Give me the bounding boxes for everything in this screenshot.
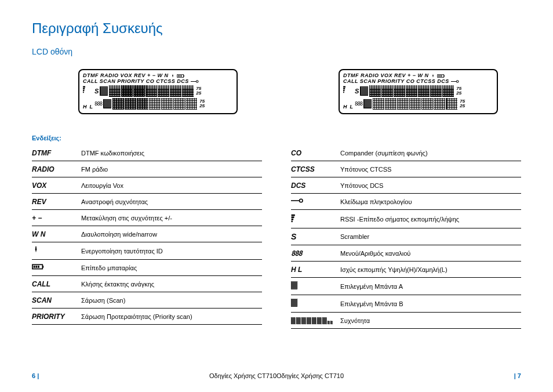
svg-rect-13 xyxy=(439,75,441,76)
page-subtitle: LCD οθόνη xyxy=(32,47,521,56)
svg-rect-4 xyxy=(183,75,184,76)
table-row: Κλείδωμα πληκτρολογίου xyxy=(291,194,521,210)
svg-rect-9 xyxy=(83,88,85,89)
indicator-description: Κλείδωμα πληκτρολογίου xyxy=(340,198,521,205)
indicator-symbol: W N xyxy=(32,230,81,238)
indicator-description: Διαυλοποίηση wide/narrow xyxy=(81,231,262,238)
table-row: Ενεργοποίηση ταυτότητας ID xyxy=(32,242,262,260)
lcd-line2: CALL SCAN PRIORITY CO CTCSS DCS xyxy=(83,78,233,84)
table-row: SCANΣάρωση (Scan) xyxy=(32,292,262,308)
table-row: CTCSSΥπότονος CTCSS xyxy=(291,161,521,177)
band-b-icon xyxy=(103,99,111,108)
svg-rect-20 xyxy=(343,88,345,89)
indicator-description: Συχνότητα xyxy=(340,317,521,324)
manual-name-left: Οδηγίες Χρήσης CT710 xyxy=(209,372,276,379)
svg-rect-24 xyxy=(34,266,35,268)
svg-rect-27 xyxy=(42,266,43,268)
svg-rect-19 xyxy=(343,90,344,91)
svg-point-29 xyxy=(300,199,303,202)
indicator-symbol xyxy=(32,246,81,256)
indicator-description: Υπότονος DCS xyxy=(340,182,521,189)
manual-name-right: Οδηγίες Χρήσης CT710 xyxy=(276,372,344,379)
table-row: RSSI -Επίπεδο σήματος εκπομπής/λήψης xyxy=(291,210,521,228)
indicator-description: Επίπεδο μπαταρίας xyxy=(81,264,262,271)
table-row: DTMFDTMF κωδικοποιήσεις xyxy=(32,145,262,161)
table-row: REVΑναστροφή συχνότητας xyxy=(32,194,262,210)
indicator-description: Υπότονος CTCSS xyxy=(340,166,521,173)
svg-rect-31 xyxy=(292,219,294,220)
indicator-symbol xyxy=(291,281,340,291)
svg-rect-30 xyxy=(292,220,293,222)
svg-rect-15 xyxy=(443,75,444,76)
indicator-description: Επιλεγμένη Μπάντα Β xyxy=(340,300,521,307)
indicator-description: Ενεργοποίηση ταυτότητας ID xyxy=(81,248,262,255)
signal-icon xyxy=(83,85,88,93)
table-row: Επίπεδο μπαταρίας xyxy=(32,260,262,276)
lcd-display-left: DTMF RADIO VOX REV + − W N CALL SCAN PRI… xyxy=(78,69,238,114)
indicator-symbol: PRIORITY xyxy=(32,313,81,321)
svg-point-6 xyxy=(196,81,198,83)
table-row: Επιλεγμένη Μπάντα Α xyxy=(291,278,521,295)
indicator-symbol: DCS xyxy=(291,182,340,190)
indicator-description: RSSI -Επίπεδο σήματος εκπομπής/λήψης xyxy=(340,216,521,223)
lcd-line1: DTMF RADIO VOX REV + − W N xyxy=(83,72,233,78)
indicator-symbol xyxy=(291,197,340,206)
band-a-icon xyxy=(291,281,297,289)
indicator-symbol xyxy=(291,299,340,308)
footer: 6 | Οδηγίες Χρήσης CT710 Οδηγίες Χρήσης … xyxy=(32,372,521,379)
indicator-symbol: REV xyxy=(32,198,81,206)
indicator-description: FM ράδιο xyxy=(81,166,262,173)
indicator-description: Scrambler xyxy=(340,233,521,240)
indicator-description: Σάρωση Προτεραιότητας (Priority scan) xyxy=(81,313,262,320)
svg-rect-26 xyxy=(38,266,39,268)
table-row: COCompander (συμπίεση φωνής) xyxy=(291,145,521,161)
indicator-symbol xyxy=(32,263,81,272)
svg-rect-1 xyxy=(178,75,179,76)
lcd-row: DTMF RADIO VOX REV + − W N CALL SCAN PRI… xyxy=(32,69,521,114)
indicator-symbol xyxy=(291,213,340,224)
indicator-symbol: 888 xyxy=(291,249,340,257)
table-row: SScrambler xyxy=(291,228,521,245)
indicator-description: Επιλεγμένη Μπάντα Α xyxy=(340,283,521,290)
indications-label: Ενδείξεις: xyxy=(32,135,521,141)
indications-columns: DTMFDTMF κωδικοποιήσειςRADIOFM ράδιοVOXΛ… xyxy=(32,145,521,329)
table-row: PRIORITYΣάρωση Προτεραιότητας (Priority … xyxy=(32,308,262,325)
indicator-symbol: CO xyxy=(291,149,340,157)
svg-rect-3 xyxy=(181,75,182,76)
table-row: Επιλεγμένη Μπάντα Β xyxy=(291,295,521,313)
svg-rect-32 xyxy=(292,216,294,218)
left-column: DTMFDTMF κωδικοποιήσειςRADIOFM ράδιοVOXΛ… xyxy=(32,145,262,329)
indicator-description: Σάρωση (Scan) xyxy=(81,297,262,304)
band-b-icon xyxy=(291,299,297,307)
indicator-symbol: + − xyxy=(32,214,81,222)
indicator-symbol: H L xyxy=(291,266,340,274)
svg-rect-12 xyxy=(438,75,439,76)
table-row: W NΔιαυλοποίηση wide/narrow xyxy=(32,226,262,242)
right-column: COCompander (συμπίεση φωνής)CTCSSΥπότονο… xyxy=(291,145,521,329)
indicator-symbol: RADIO xyxy=(32,165,81,173)
indicator-symbol: CTCSS xyxy=(291,165,340,173)
indicator-description: Μενού/Αριθμός καναλιού xyxy=(340,250,521,257)
page-title: Περιγραφή Συσκευής xyxy=(32,20,521,37)
indicator-description: Ισχύς εκπομπής Υψηλή(H)/Χαμηλή(L) xyxy=(340,266,521,273)
table-row: Συχνότητα xyxy=(291,313,521,329)
table-row: DCSΥπότονος DCS xyxy=(291,177,521,194)
indicator-symbol: CALL xyxy=(32,280,81,288)
table-row: 888Μενού/Αριθμός καναλιού xyxy=(291,245,521,262)
svg-rect-33 xyxy=(292,215,295,216)
indicator-symbol: VOX xyxy=(32,182,81,190)
indicator-description: DTMF κωδικοποιήσεις xyxy=(81,150,262,157)
table-row: RADIOFM ράδιο xyxy=(32,161,262,177)
table-row: + −Μετακύληση στις συχνότητες +/- xyxy=(32,210,262,226)
page-number-right: | 7 xyxy=(514,372,521,379)
svg-point-17 xyxy=(456,81,459,83)
svg-rect-25 xyxy=(35,266,37,268)
table-row: VOXΛειτουργία Vox xyxy=(32,177,262,194)
svg-rect-8 xyxy=(83,90,84,91)
indicator-symbol xyxy=(291,317,340,324)
svg-rect-2 xyxy=(179,75,180,76)
table-row: CALLΚλήσης έκτακτης ανάγκης xyxy=(32,276,262,292)
indicator-description: Αναστροφή συχνότητας xyxy=(81,198,262,205)
indicator-description: Κλήσης έκτακτης ανάγκης xyxy=(81,281,262,288)
indicator-symbol: S xyxy=(291,232,340,241)
